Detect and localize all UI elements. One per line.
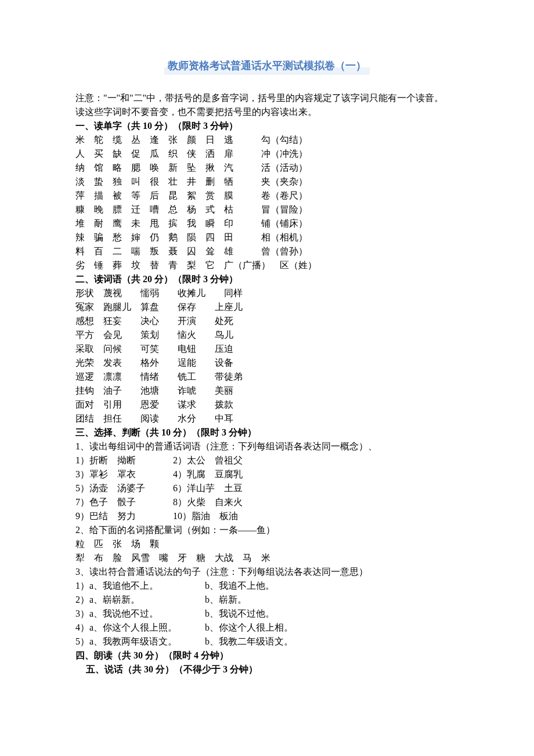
s2-row: 采取 问候 可笑 电钮 压迫: [75, 342, 459, 356]
s1-row: 萍 描 被 等 后 昆 絮 赏 膜 卷（卷尺）: [75, 189, 459, 203]
s3-q2-row: 粒 匹 张 场 颗: [75, 537, 459, 551]
s3-q1: 1、读出每组词中的普通话词语（注意：下列每组词语各表达同一概念）、: [75, 440, 459, 453]
s2-row: 光荣 发表 格外 逞能 设备: [75, 356, 459, 370]
s3-q2-row: 犁 布 脸 风雪 嘴 牙 糖 大战 马 米: [75, 551, 459, 565]
s1-row: 堆 耐 鹰 未 甩 摈 我 瞬 印 铺（铺床）: [75, 217, 459, 231]
s1-row: 米 鸵 缆 丛 逢 张 颜 日 逃 勾（勾结）: [75, 133, 459, 147]
s2-row: 面对 引用 恩爱 谋求 拨款: [75, 398, 459, 412]
title-text: 教师资格考试普通话水平测试模拟卷（一）: [164, 58, 370, 75]
s2-row: 感想 狂妄 决心 开演 处死: [75, 314, 459, 328]
s2-row: 冤家 跑腿儿 算盘 保存 上座儿: [75, 300, 459, 314]
s3-q3-row: 2）a、崭崭新。 b、崭新。: [75, 593, 459, 607]
section-5-head: 五、说话（共 30 分）（不得少于 3 分钟）: [75, 663, 459, 676]
section-4-head: 四、朗读（共 30 分）（限时 4 分钟）: [75, 649, 459, 663]
document-page: 教师资格考试普通话水平测试模拟卷（一） 注意："一"和"二"中，带括号的是多音字…: [0, 0, 534, 756]
s1-row: 糠 晚 膘 迁 嘈 总 杨 式 枯 冒（冒险）: [75, 203, 459, 217]
s1-row: 纳 馆 略 腮 唤 新 坠 揪 汽 活（活动）: [75, 161, 459, 175]
section-1-head: 一、读单字（共 10 分）（限时 3 分钟）: [75, 119, 459, 133]
s2-row: 平方 会见 策划 恼火 鸟儿: [75, 328, 459, 342]
section-3-head: 三、选择、判断（共 10 分）（限时 3 分钟）: [75, 426, 459, 440]
s3-q1-row: 7）色子 骰子 8）火柴 自来火: [75, 495, 459, 509]
s3-q3: 3、读出符合普通话说法的句子（注意：下列每组说法各表达同一意思）: [75, 565, 459, 579]
s1-row: 料 百 二 喘 叛 聂 囚 耸 雄 曾（曾孙）: [75, 244, 459, 258]
s2-row: 巡逻 凛凛 情绪 铣工 带徒弟: [75, 370, 459, 384]
section-2-head: 二、读词语（共 20 分）（限时 3 分钟）: [75, 272, 459, 286]
s2-row: 形状 蔑视 懦弱 收摊儿 同样: [75, 286, 459, 300]
s1-row: 淡 蛰 独 叫 很 壮 井 删 牺 夹（夹杂）: [75, 175, 459, 189]
document-title: 教师资格考试普通话水平测试模拟卷（一）: [75, 58, 459, 75]
s3-q3-row: 4）a、你这个人很上照。 b、你这个人很上相。: [75, 621, 459, 635]
s1-row: 辣 骗 愁 婶 仍 鹅 陨 四 田 相（相机）: [75, 231, 459, 244]
s3-q2: 2、给下面的名词搭配量词（例如：一条——鱼）: [75, 523, 459, 537]
s2-row: 团结 担任 阅读 水分 中耳: [75, 412, 459, 426]
s3-q1-row: 3）罩衫 罩衣 4）乳腐 豆腐乳: [75, 467, 459, 481]
note-line-1: 注意："一"和"二"中，带括号的是多音字词，括号里的内容规定了该字词只能有一个读…: [75, 91, 459, 105]
s1-row: 劣 锤 葬 坟 替 青 梨 它 广（广播） 区（姓）: [75, 258, 459, 272]
s3-q1-row: 5）汤壶 汤婆子 6）洋山芋 土豆: [75, 481, 459, 495]
s3-q3-row: 3）a、我说他不过。 b、我说不过他。: [75, 607, 459, 621]
s3-q3-row: 5）a、我教两年级语文。 b、我教二年级语文。: [75, 635, 459, 649]
note-line-2: 读这些字词时不要音变，也不需要把括号里的内容读出来。: [75, 105, 459, 119]
s3-q1-row: 1）折断 拗断 2）太公 曾祖父: [75, 453, 459, 467]
s2-row: 挂钩 油子 池塘 诈唬 美丽: [75, 384, 459, 398]
s3-q3-row: 1）a、我追他不上。 b、我追不上他。: [75, 579, 459, 593]
s1-row: 人 买 缺 促 瓜 织 侠 洒 扉 冲（冲洗）: [75, 147, 459, 161]
s3-q1-row: 9）巴结 努力 10）脂油 板油: [75, 509, 459, 523]
